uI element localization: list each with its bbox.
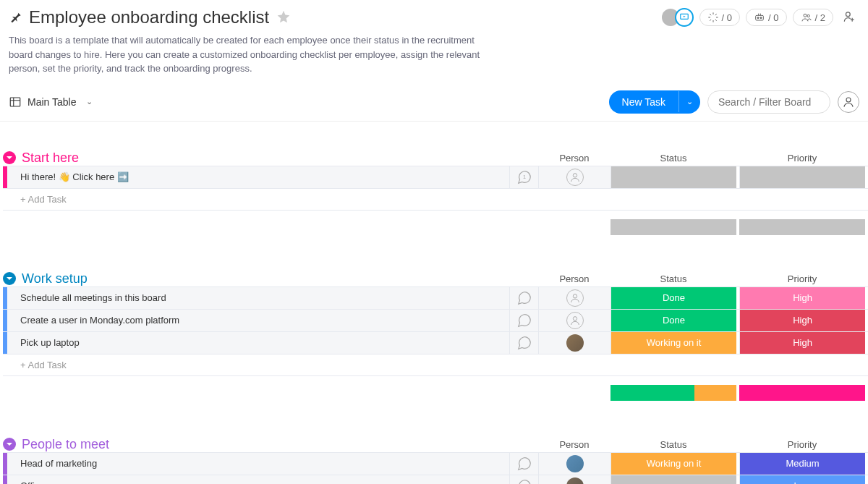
- svg-rect-7: [10, 98, 20, 106]
- person-cell[interactable]: [538, 310, 610, 331]
- group-work-setup: Work setup Person Status Priority Schedu…: [0, 271, 868, 401]
- collapse-icon[interactable]: [3, 272, 16, 285]
- main-table-view[interactable]: Main Table ⌄: [9, 95, 93, 109]
- column-person[interactable]: Person: [538, 439, 610, 450]
- task-row[interactable]: Office manager Low: [3, 475, 868, 485]
- task-row[interactable]: Create a user in Monday.com platform Don…: [3, 309, 868, 331]
- svg-point-4: [804, 14, 807, 17]
- integrations-badge[interactable]: / 0: [746, 9, 786, 26]
- priority-cell[interactable]: High: [739, 332, 865, 354]
- task-row[interactable]: Head of marketing Working on it Medium: [3, 452, 868, 475]
- svg-text:1: 1: [522, 173, 525, 179]
- add-task-row[interactable]: + Add Task: [3, 188, 868, 211]
- column-person[interactable]: Person: [538, 153, 610, 164]
- invite-icon[interactable]: [839, 9, 859, 26]
- person-cell[interactable]: [538, 453, 610, 475]
- task-name[interactable]: Schedule all meetings in this board: [7, 287, 509, 309]
- chat-icon[interactable]: [509, 475, 538, 485]
- group-title[interactable]: People to meet: [22, 437, 109, 452]
- svg-point-11: [573, 294, 576, 297]
- column-priority[interactable]: Priority: [739, 273, 865, 284]
- column-status[interactable]: Status: [610, 439, 736, 450]
- svg-point-12: [573, 316, 576, 320]
- person-filter-icon[interactable]: [838, 91, 859, 113]
- status-cell[interactable]: Working on it: [610, 332, 736, 354]
- svg-point-2: [757, 17, 759, 19]
- chat-icon[interactable]: [509, 310, 538, 331]
- status-cell[interactable]: [610, 166, 736, 188]
- task-name[interactable]: Office manager: [7, 475, 509, 485]
- chat-icon[interactable]: 1: [509, 166, 538, 188]
- column-priority[interactable]: Priority: [739, 439, 865, 450]
- person-cell[interactable]: [538, 475, 610, 485]
- chat-icon[interactable]: [509, 453, 538, 475]
- automations-badge[interactable]: / 0: [699, 9, 740, 26]
- task-name[interactable]: Pick up laptop: [7, 332, 509, 354]
- column-status[interactable]: Status: [610, 273, 736, 284]
- new-task-dropdown[interactable]: ⌄: [678, 91, 700, 112]
- column-status[interactable]: Status: [610, 153, 736, 164]
- new-task-button[interactable]: New Task ⌄: [609, 90, 700, 114]
- person-cell[interactable]: [538, 332, 610, 354]
- add-task-row[interactable]: + Add Task: [3, 354, 868, 376]
- collapse-icon[interactable]: [3, 438, 16, 451]
- priority-cell[interactable]: High: [739, 310, 865, 331]
- board-title[interactable]: Employee onboarding checklist: [29, 7, 269, 27]
- svg-rect-1: [756, 15, 764, 20]
- priority-cell[interactable]: [739, 166, 865, 188]
- status-cell[interactable]: Done: [610, 310, 736, 331]
- members-badge[interactable]: / 2: [793, 9, 833, 26]
- star-icon[interactable]: [276, 9, 291, 26]
- column-person[interactable]: Person: [538, 273, 610, 284]
- header-right: / 0 / 0 / 2: [662, 8, 859, 27]
- priority-cell[interactable]: High: [739, 287, 865, 309]
- task-row[interactable]: Hi there! 👋 Click here ➡️ 1: [3, 166, 868, 188]
- status-cell[interactable]: Done: [610, 287, 736, 309]
- presentation-icon[interactable]: [675, 8, 694, 27]
- chevron-down-icon[interactable]: ⌄: [86, 97, 93, 106]
- group-summary: [3, 385, 868, 401]
- group-people-to-meet: People to meet Person Status Priority He…: [0, 437, 868, 485]
- task-name[interactable]: Hi there! 👋 Click here ➡️: [7, 166, 509, 188]
- group-title[interactable]: Work setup: [22, 271, 88, 286]
- board-description[interactable]: This board is a template that will autom…: [9, 33, 493, 76]
- search-input[interactable]: [707, 90, 830, 114]
- task-name[interactable]: Create a user in Monday.com platform: [7, 310, 509, 331]
- person-cell[interactable]: [538, 166, 610, 188]
- task-name[interactable]: Head of marketing: [7, 453, 509, 475]
- task-row[interactable]: Pick up laptop Working on it High: [3, 331, 868, 354]
- chat-icon[interactable]: [509, 287, 538, 309]
- status-cell[interactable]: Working on it: [610, 453, 736, 475]
- svg-point-3: [760, 17, 762, 19]
- task-row[interactable]: Schedule all meetings in this board Done…: [3, 286, 868, 309]
- svg-point-10: [573, 173, 576, 177]
- column-priority[interactable]: Priority: [739, 153, 865, 164]
- person-cell[interactable]: [538, 287, 610, 309]
- pin-icon: [9, 9, 23, 26]
- priority-cell[interactable]: Medium: [739, 453, 865, 475]
- svg-point-8: [846, 98, 851, 102]
- collapse-icon[interactable]: [3, 151, 16, 164]
- group-summary: [3, 219, 868, 235]
- status-cell[interactable]: [610, 475, 736, 485]
- group-start-here: Start here Person Status Priority Hi the…: [0, 150, 868, 235]
- svg-point-5: [807, 14, 809, 17]
- priority-cell[interactable]: Low: [739, 475, 865, 485]
- group-title[interactable]: Start here: [22, 150, 79, 166]
- chat-icon[interactable]: [509, 332, 538, 354]
- svg-point-6: [846, 12, 850, 16]
